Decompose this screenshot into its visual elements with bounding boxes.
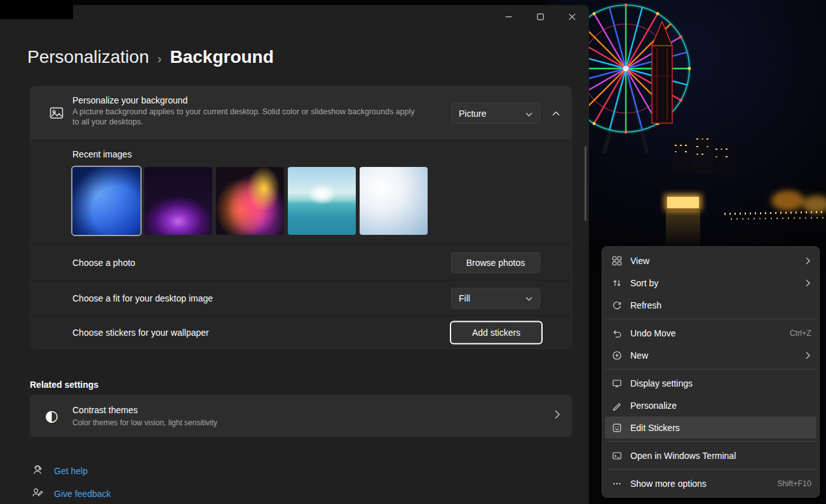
menu-item-label: Refresh [630,300,811,310]
get-help-link[interactable]: Get help [54,466,88,476]
feedback-person-icon [32,487,43,501]
menu-item-display-settings[interactable]: Display settings [605,372,816,394]
recent-images-section: Recent images [30,140,571,244]
breadcrumb-personalization[interactable]: Personalization [27,47,149,67]
menu-divider [606,469,816,470]
window-controls [492,5,588,29]
menu-item-personalize[interactable]: Personalize [605,394,816,416]
menu-item-refresh[interactable]: Refresh [605,294,816,316]
chevron-right-icon [804,352,811,359]
menu-item-open-windows-terminal[interactable]: Open in Windows Terminal [605,444,816,467]
get-help-row: Get help [32,464,88,478]
background-expander-card: Personalize your background A picture ba… [30,86,572,349]
menu-item-label: Undo Move [630,328,782,338]
close-icon [569,11,576,23]
menu-item-edit-stickers[interactable]: Edit Stickers [605,416,816,439]
wallpaper-thumbnail[interactable] [288,167,356,235]
personalize-brush-icon [611,400,622,411]
fit-dropdown[interactable]: Fill [451,288,540,308]
choose-photo-label: Choose a photo [72,258,135,268]
background-type-dropdown[interactable]: Picture [451,103,540,124]
titlebar-dark-region [0,0,73,19]
recent-images-label: Recent images [72,149,571,159]
fit-dropdown-value: Fill [459,293,470,303]
maximize-icon [537,11,544,23]
menu-item-sort-by[interactable]: Sort by [605,272,816,294]
menu-item-label: Show more options [630,479,769,489]
menu-item-new[interactable]: New [605,344,816,366]
menu-divider [606,369,816,369]
close-button[interactable] [556,5,588,29]
background-type-value: Picture [459,109,487,119]
choose-photo-row: Choose a photo Browse photos [30,244,571,280]
more-options-icon [611,478,622,489]
desktop-context-menu: View Sort by Refresh Undo Move Ctrl+Z Ne… [602,246,820,498]
choose-stickers-label: Choose stickers for your wallpaper [72,328,209,338]
card-description: A picture background applies to your cur… [72,107,422,127]
chevron-up-icon [552,107,560,119]
give-feedback-row: Give feedback [32,487,111,501]
card-title: Personalize your background [72,95,187,105]
choose-fit-label: Choose a fit for your desktop image [72,293,213,303]
add-stickers-button[interactable]: Add stickers [450,321,543,344]
chevron-right-icon [555,410,560,421]
menu-item-label: Display settings [630,378,811,388]
contrast-icon: ◐ [45,407,58,425]
background-expander-body: Recent images Choose a photo Browse phot… [30,140,571,348]
menu-item-view[interactable]: View [605,249,816,272]
picture-icon [50,106,64,120]
menu-item-shortcut: Shift+F10 [777,479,811,488]
background-expander-header[interactable]: Personalize your background A picture ba… [30,86,571,140]
menu-divider [606,319,816,319]
wallpaper-thumbnail[interactable] [144,167,212,235]
display-icon [611,378,622,388]
minimize-icon [505,11,512,23]
sticker-icon [611,422,622,433]
choose-fit-row: Choose a fit for your desktop image Fill [30,280,571,315]
help-person-icon [32,464,43,478]
new-plus-icon [611,350,622,361]
menu-item-label: Personalize [630,401,811,411]
wallpaper-thumbnail[interactable] [216,167,284,235]
menu-divider [606,441,816,442]
minimize-button[interactable] [492,5,524,29]
chevron-right-icon [804,279,811,287]
menu-item-label: Open in Windows Terminal [630,451,811,461]
related-settings-heading: Related settings [30,380,98,390]
menu-item-label: New [630,350,796,361]
browse-photos-button[interactable]: Browse photos [451,252,540,273]
settings-window: Personalization › Background Personalize… [0,5,589,504]
scrollbar[interactable] [585,146,586,221]
menu-item-label: Sort by [630,278,796,288]
page-title: Background [170,47,273,67]
chevron-right-icon [804,257,811,265]
give-feedback-link[interactable]: Give feedback [54,489,111,499]
contrast-themes-title: Contrast themes [72,405,138,415]
contrast-themes-card[interactable]: ◐ Contrast themes Color themes for low v… [30,395,572,437]
contrast-themes-subtitle: Color themes for low vision, light sensi… [72,418,217,427]
choose-stickers-row: Choose stickers for your wallpaper Add s… [30,315,571,348]
view-grid-icon [611,255,622,266]
menu-item-undo-move[interactable]: Undo Move Ctrl+Z [605,322,816,344]
wallpaper-thumbnail[interactable] [72,167,140,235]
recent-images-row [72,167,571,235]
undo-icon [611,328,622,338]
menu-item-show-more-options[interactable]: Show more options Shift+F10 [605,472,816,494]
menu-item-label: Edit Stickers [630,423,811,433]
breadcrumb-separator: › [157,51,161,66]
chevron-down-icon [525,293,532,303]
menu-item-shortcut: Ctrl+Z [790,329,811,338]
expander-collapse-button[interactable] [550,107,562,119]
chevron-down-icon [525,109,532,119]
terminal-icon [611,450,622,461]
wallpaper-thumbnail[interactable] [360,167,428,235]
maximize-button[interactable] [524,5,556,29]
sort-arrows-icon [611,277,622,288]
breadcrumb: Personalization › Background [27,47,274,67]
refresh-icon [611,300,622,310]
menu-item-label: View [630,256,796,266]
